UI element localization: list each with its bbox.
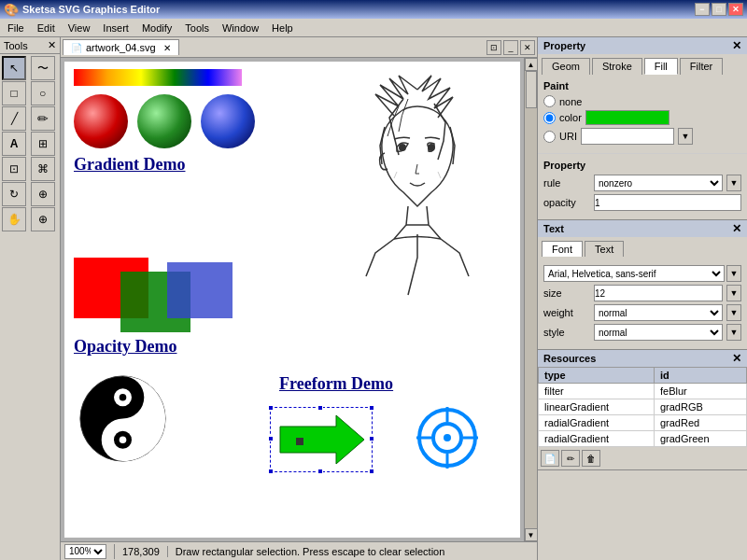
res-id: gradGreen <box>654 431 746 447</box>
res-type: radialGradient <box>539 431 655 447</box>
lasso-tool-button[interactable]: 〜 <box>31 56 55 80</box>
scroll-up-button[interactable]: ▲ <box>525 58 538 71</box>
eyedrop-tool-button[interactable]: ⊕ <box>31 207 55 231</box>
left-toolbar: Tools ✕ ↖ 〜 □ ○ ╱ ✏ A ⊞ ⊡ ⌘ ↻ ⊕ ✋ ⊕ <box>0 37 61 560</box>
res-edit-button[interactable]: ✏ <box>561 450 580 467</box>
ellipse-tool-button[interactable]: ○ <box>31 81 55 105</box>
handle-mr <box>369 436 374 441</box>
res-new-button[interactable]: 📄 <box>541 450 559 467</box>
file-tab[interactable]: 📄 artwork_04.svg ✕ <box>63 39 179 55</box>
svg-point-3 <box>120 394 127 401</box>
table-row[interactable]: filter feBlur <box>539 384 747 399</box>
property-panel-close-icon[interactable]: ✕ <box>732 39 741 52</box>
sphere-green <box>137 94 191 148</box>
resources-panel-title: Resources <box>543 353 596 364</box>
rule-dropdown[interactable]: ▼ <box>726 175 741 191</box>
res-type: filter <box>539 384 655 399</box>
file-tab-close-icon[interactable]: ✕ <box>163 43 171 53</box>
hand-tool-button[interactable]: ✋ <box>2 207 26 231</box>
rotate-tool-button[interactable]: ↻ <box>2 182 26 206</box>
freeform-demo-label: Freeform Demo <box>279 374 393 394</box>
rule-select[interactable]: nonzero evenodd <box>594 175 723 191</box>
font-style-select[interactable]: normal italic oblique <box>594 324 723 341</box>
font-style-dropdown[interactable]: ▼ <box>726 324 741 341</box>
property-panel-title: Property <box>543 40 585 51</box>
tab-close-button[interactable]: ✕ <box>520 40 535 55</box>
tab-fill[interactable]: Fill <box>644 58 678 75</box>
font-weight-dropdown[interactable]: ▼ <box>726 304 741 321</box>
text-panel-close-icon[interactable]: ✕ <box>732 222 741 235</box>
text-tool-button[interactable]: A <box>2 132 26 156</box>
color-swatch[interactable] <box>585 110 669 125</box>
resources-panel-close-icon[interactable]: ✕ <box>732 352 741 365</box>
scroll-thumb[interactable] <box>526 71 537 108</box>
group-tool-button[interactable]: ⊡ <box>2 157 26 181</box>
file-tab-icon: 📄 <box>71 43 82 53</box>
font-weight-select[interactable]: normal bold bolder lighter <box>594 304 723 321</box>
text-panel: Text ✕ Font Text Arial, Helvetica, sans-… <box>538 220 747 350</box>
path-tool-button[interactable]: ⌘ <box>31 157 55 181</box>
tab-min-button[interactable]: _ <box>503 40 518 55</box>
menu-file[interactable]: File <box>2 21 30 35</box>
zoom-select[interactable]: 100% 50% 200% <box>64 544 106 559</box>
text-tab-text[interactable]: Text <box>585 241 624 257</box>
paint-color-radio[interactable] <box>543 112 556 124</box>
close-button[interactable]: ✕ <box>728 3 743 16</box>
handle-tl <box>268 405 274 411</box>
menu-view[interactable]: View <box>63 21 96 35</box>
arrow-selection <box>270 407 373 472</box>
rect-tool-button[interactable]: □ <box>2 81 26 105</box>
app-title: Sketsa SVG Graphics Editor <box>22 4 160 15</box>
scroll-down-button[interactable]: ▼ <box>525 528 538 541</box>
menu-insert[interactable]: Insert <box>97 21 134 35</box>
res-id: feBlur <box>654 384 746 399</box>
table-row[interactable]: radialGradient gradRed <box>539 415 747 431</box>
svg-point-4 <box>120 437 127 444</box>
maximize-button[interactable]: □ <box>712 3 726 16</box>
paint-uri-dropdown[interactable]: ▼ <box>678 128 693 145</box>
paint-uri-radio[interactable] <box>543 131 556 143</box>
tab-restore-button[interactable]: ⊡ <box>486 40 501 55</box>
menu-edit[interactable]: Edit <box>32 21 61 35</box>
title-bar: 🎨 Sketsa SVG Graphics Editor − □ ✕ <box>0 0 747 19</box>
opacity-input[interactable] <box>594 194 741 211</box>
handle-tr <box>369 405 374 411</box>
tab-filter[interactable]: Filter <box>680 58 723 75</box>
sphere-red <box>74 94 128 148</box>
paint-uri-input[interactable] <box>581 128 674 145</box>
target-icon <box>415 405 480 470</box>
rect-blue <box>167 262 233 318</box>
image-tool-button[interactable]: ⊞ <box>31 132 55 156</box>
paint-none-radio[interactable] <box>543 95 556 107</box>
canvas-scrollbar-right[interactable]: ▲ ▼ <box>524 58 537 541</box>
pen-tool-button[interactable]: ✏ <box>31 106 55 131</box>
font-size-dropdown[interactable]: ▼ <box>726 285 741 301</box>
tools-close-icon[interactable]: ✕ <box>48 39 56 51</box>
menu-window[interactable]: Window <box>217 21 264 35</box>
menu-help[interactable]: Help <box>266 21 299 35</box>
handle-bm <box>317 469 323 474</box>
menu-tools[interactable]: Tools <box>179 21 215 35</box>
res-type: linearGradient <box>539 399 655 415</box>
zoom-in-tool-button[interactable]: ⊕ <box>31 182 55 206</box>
coordinates-display: 178,309 <box>122 546 168 557</box>
tab-geom[interactable]: Geom <box>542 58 590 75</box>
canvas-area[interactable]: Gradient Demo Opacity Demo <box>61 58 524 541</box>
gradient-demo-label: Gradient Demo <box>74 155 185 175</box>
font-style-label: style <box>543 327 590 338</box>
menu-modify[interactable]: Modify <box>136 21 177 35</box>
tab-stroke[interactable]: Stroke <box>592 58 642 75</box>
table-row[interactable]: radialGradient gradGreen <box>539 431 747 447</box>
minimize-button[interactable]: − <box>695 3 710 16</box>
font-family-select[interactable]: Arial, Helvetica, sans-serif <box>543 265 725 282</box>
line-tool-button[interactable]: ╱ <box>2 106 26 131</box>
tab-bar: 📄 artwork_04.svg ✕ ⊡ _ ✕ <box>61 37 537 58</box>
font-family-dropdown[interactable]: ▼ <box>726 265 741 282</box>
table-row[interactable]: linearGradient gradRGB <box>539 399 747 415</box>
resources-table: type id filter feBlur linearGradient gra… <box>538 367 747 447</box>
text-tab-font[interactable]: Font <box>542 241 583 257</box>
arrow-tool-button[interactable]: ↖ <box>2 56 26 80</box>
opacity-label: opacity <box>543 197 590 208</box>
res-delete-button[interactable]: 🗑 <box>582 450 600 467</box>
font-size-input[interactable] <box>594 285 723 301</box>
